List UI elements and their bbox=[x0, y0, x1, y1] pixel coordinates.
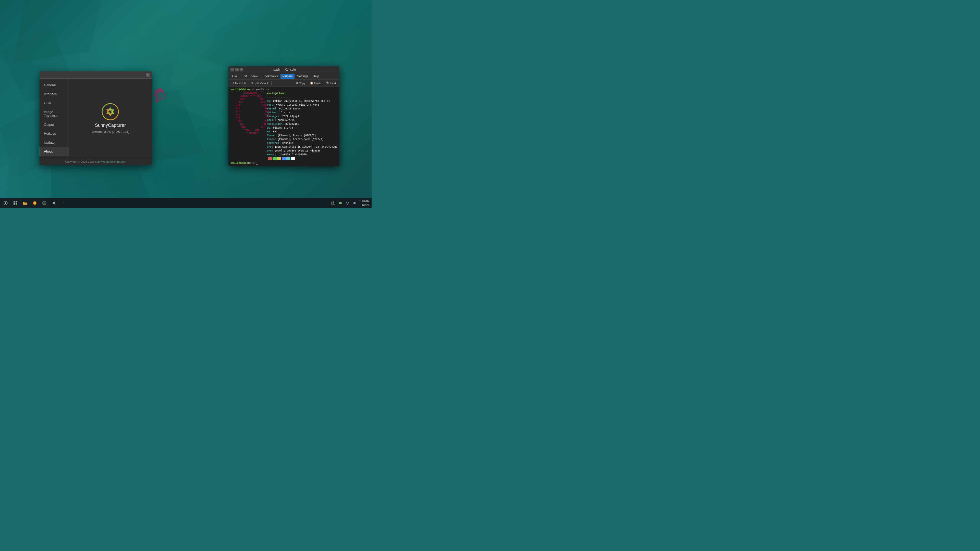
terminal-symbol: >_ bbox=[42, 201, 47, 205]
terminal-menu-bookmarks[interactable]: Bookmarks bbox=[261, 74, 280, 79]
footer-copyright: Copyright © 2023-2025 bbox=[65, 160, 95, 163]
plus-icon: ✚ bbox=[232, 81, 234, 85]
terminal-minimize-btn[interactable]: – bbox=[231, 68, 234, 71]
nav-item-output[interactable]: Output bbox=[40, 120, 68, 129]
nav-item-about[interactable]: About bbox=[40, 147, 68, 156]
footer-link[interactable]: sunnycapturer.xmuli.tech bbox=[95, 160, 126, 163]
svg-point-25 bbox=[34, 203, 35, 203]
taskbar-left: >_ › bbox=[0, 198, 68, 208]
toolbar-separator bbox=[271, 81, 272, 85]
svg-rect-32 bbox=[339, 202, 341, 204]
arrow-right-icon: › bbox=[63, 201, 65, 205]
terminal-menu-edit[interactable]: Edit bbox=[239, 74, 249, 79]
terminal-titlebar: – □ × :bash — Konsole bbox=[228, 66, 339, 73]
search-icon: 🔍 bbox=[326, 81, 330, 85]
nav-item-hotkeys[interactable]: Hotkeys bbox=[40, 129, 68, 138]
find-label: Find bbox=[331, 82, 336, 85]
terminal-menubar: File Edit View Bookmarks Plugins Setting… bbox=[228, 73, 339, 79]
app-logo-area: SunnyCapturer Version : 3.0.0 (2025.01.0… bbox=[91, 103, 129, 134]
nav-item-interface[interactable]: Interface bbox=[40, 89, 68, 98]
terminal-toolbar: ✚ New Tab ⊞ Split View ▾ ⧉ Copy 📋 Paste … bbox=[228, 79, 339, 87]
settings-nav: General Interface OCR Image Translate Ou… bbox=[40, 79, 69, 158]
volume-icon bbox=[353, 202, 356, 205]
clock-date: 1/9/25 bbox=[360, 203, 369, 207]
clock-time: 1:13 AM bbox=[360, 199, 369, 203]
neofetch-info: xmuli@debian --------------- OS: Debian … bbox=[267, 92, 337, 160]
taskbar-activities-icon[interactable] bbox=[1, 198, 10, 208]
debian-logo-icon bbox=[153, 87, 169, 105]
terminal-content[interactable]: xmuli@debian:~$ neofetch ,met$$$Sgg, ,S$… bbox=[228, 87, 339, 166]
terminal-line-prompt1: xmuli@debian:~$ neofetch bbox=[231, 88, 337, 92]
debian-ascii-art: ,met$$$Sgg, ,S$$$P'"""""Y$b, ,$$P' `Y$$,… bbox=[231, 92, 265, 160]
taskbar-right: 1:13 AM 1/9/25 bbox=[330, 199, 372, 207]
taskbar-battery-icon[interactable] bbox=[337, 200, 344, 206]
terminal-menu-view[interactable]: View bbox=[249, 74, 260, 79]
app-logo-icon bbox=[101, 103, 119, 121]
neofetch-output: ,met$$$Sgg, ,S$$$P'"""""Y$b, ,$$P' `Y$$,… bbox=[231, 92, 337, 160]
terminal-menu-file[interactable]: File bbox=[230, 74, 239, 79]
debian-spinner bbox=[153, 87, 169, 106]
gear-symbol bbox=[52, 201, 56, 205]
close-button[interactable]: × bbox=[146, 73, 150, 77]
taskbar-grid-icon[interactable] bbox=[11, 198, 20, 208]
terminal-window: – □ × :bash — Konsole File Edit View Boo… bbox=[228, 66, 339, 166]
paste-button[interactable]: 📋 Paste bbox=[308, 81, 323, 85]
terminal-title: :bash — Konsole bbox=[245, 68, 324, 71]
taskbar-settings-icon[interactable] bbox=[49, 198, 59, 208]
copy-icon: ⧉ bbox=[296, 81, 298, 85]
svg-marker-11 bbox=[127, 0, 204, 51]
taskbar-systray bbox=[330, 200, 358, 206]
paste-label: Paste bbox=[314, 82, 321, 85]
svg-rect-20 bbox=[16, 201, 17, 203]
folder-symbol bbox=[22, 201, 27, 205]
split-icon: ⊞ bbox=[251, 81, 253, 85]
nav-item-ocr[interactable]: OCR bbox=[40, 98, 68, 107]
nav-item-general[interactable]: General bbox=[40, 81, 68, 89]
taskbar-network-icon[interactable] bbox=[345, 200, 351, 206]
split-view-label: Split View bbox=[254, 82, 266, 85]
terminal-menu-help[interactable]: Help bbox=[311, 74, 321, 79]
settings-about-content: SunnyCapturer Version : 3.0.0 (2025.01.0… bbox=[69, 79, 152, 158]
camera-icon bbox=[331, 201, 335, 205]
svg-point-29 bbox=[332, 203, 334, 204]
svg-rect-22 bbox=[16, 203, 17, 205]
taskbar-clock: 1:13 AM 1/9/25 bbox=[360, 199, 369, 207]
taskbar-volume-icon[interactable] bbox=[352, 200, 358, 206]
settings-titlebar: × bbox=[40, 71, 152, 79]
taskbar: >_ › bbox=[0, 198, 372, 208]
terminal-window-buttons: – □ × bbox=[231, 68, 243, 71]
terminal-menu-settings[interactable]: Settings bbox=[295, 74, 310, 79]
find-button[interactable]: 🔍 Find bbox=[324, 81, 338, 85]
battery-icon bbox=[339, 202, 342, 204]
color-swatches bbox=[267, 157, 337, 160]
grid-symbol bbox=[13, 201, 18, 205]
svg-marker-13 bbox=[13, 0, 102, 64]
terminal-maximize-btn[interactable]: □ bbox=[235, 68, 239, 71]
taskbar-terminal-icon[interactable]: >_ bbox=[40, 198, 49, 208]
chevron-down-icon: ▾ bbox=[267, 81, 268, 85]
close-icon: × bbox=[147, 73, 148, 76]
network-icon bbox=[346, 202, 349, 205]
firefox-symbol bbox=[32, 201, 37, 205]
settings-footer: Copyright © 2023-2025 sunnycapturer.xmul… bbox=[40, 158, 152, 165]
new-tab-button[interactable]: ✚ New Tab bbox=[230, 81, 248, 85]
terminal-line-prompt2: xmuli@debian:~$ █ bbox=[231, 161, 337, 165]
copy-button[interactable]: ⧉ Copy bbox=[294, 81, 307, 85]
terminal-menu-plugins[interactable]: Plugins bbox=[280, 74, 294, 79]
nav-item-image-translate[interactable]: Image Translate bbox=[40, 107, 68, 120]
taskbar-files-icon[interactable] bbox=[21, 198, 30, 208]
new-tab-label: New Tab bbox=[235, 82, 246, 85]
copy-label: Copy bbox=[299, 82, 305, 85]
taskbar-browser-icon[interactable] bbox=[30, 198, 39, 208]
taskbar-camera-icon[interactable] bbox=[330, 200, 336, 206]
svg-rect-19 bbox=[14, 201, 15, 203]
terminal-close-btn[interactable]: × bbox=[240, 68, 243, 71]
nav-item-update[interactable]: Update bbox=[40, 138, 68, 147]
svg-point-18 bbox=[5, 202, 6, 204]
split-view-button[interactable]: ⊞ Split View ▾ bbox=[248, 81, 270, 85]
svg-point-33 bbox=[347, 204, 348, 205]
activities-symbol bbox=[3, 201, 8, 205]
taskbar-more-icon[interactable]: › bbox=[59, 198, 68, 208]
app-name: SunnyCapturer bbox=[95, 123, 126, 128]
paste-icon: 📋 bbox=[310, 81, 313, 85]
